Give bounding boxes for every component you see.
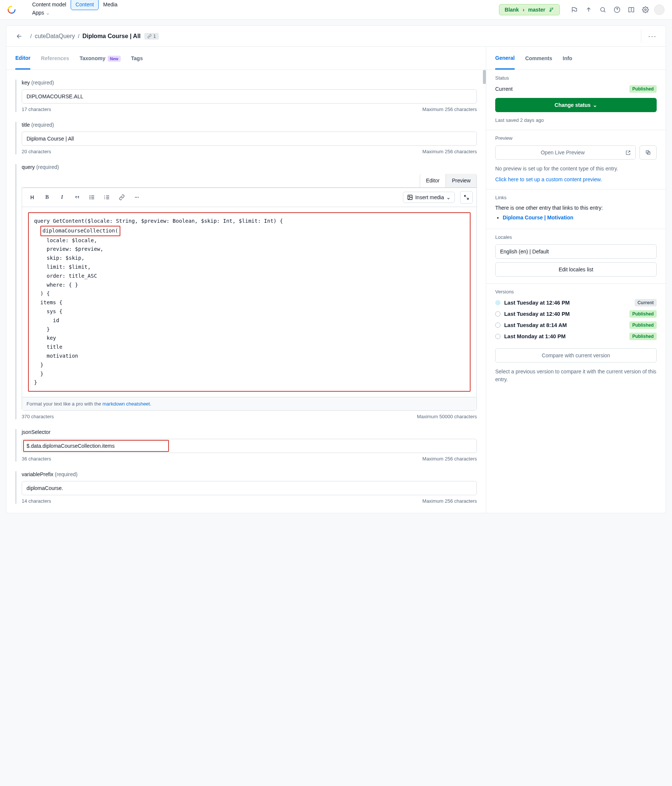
section-heading: Versions — [495, 289, 657, 294]
italic-tool[interactable]: I — [56, 191, 68, 203]
side-tab-general[interactable]: General — [495, 47, 515, 69]
required-label: (required) — [55, 471, 78, 477]
ul-tool[interactable] — [86, 191, 98, 203]
main-column: EditorReferencesTaxonomyNewTags key (req… — [6, 47, 486, 513]
nav-content[interactable]: Content — [71, 0, 99, 10]
query-tab-preview[interactable]: Preview — [445, 174, 477, 187]
heading-tool[interactable]: H — [26, 191, 38, 203]
svg-point-10 — [409, 196, 410, 197]
char-max: Maximum 256 characters — [422, 498, 477, 504]
link-count-badge[interactable]: 1 — [144, 33, 159, 39]
side-tab-info[interactable]: Info — [563, 48, 573, 69]
svg-text:3: 3 — [104, 198, 105, 200]
branch-icon — [549, 7, 554, 13]
nav-media[interactable]: Media — [99, 0, 122, 10]
char-count: 370 characters — [22, 414, 54, 419]
chevron-down-icon: ⌄ — [46, 10, 50, 16]
char-count: 36 characters — [22, 456, 51, 462]
new-badge: New — [108, 56, 121, 62]
field-label: title — [22, 122, 30, 128]
tab-tags[interactable]: Tags — [131, 48, 143, 69]
avatar[interactable] — [654, 5, 664, 15]
crumb-sep: / — [30, 33, 32, 39]
link-tool[interactable] — [115, 191, 128, 203]
tab-editor[interactable]: Editor — [15, 47, 30, 69]
section-heading: Locales — [495, 234, 657, 240]
flag-icon[interactable] — [569, 4, 580, 15]
last-saved: Last saved 2 days ago — [495, 117, 657, 123]
branch-name: master — [528, 7, 545, 13]
field-label: variablePrefix — [22, 471, 54, 477]
copy-preview-button[interactable] — [639, 145, 657, 160]
fields: key (required) 17 characters Maximum 256… — [6, 70, 486, 513]
compare-version-button: Compare with current version — [495, 348, 657, 363]
upload-icon[interactable] — [583, 4, 594, 15]
tab-taxonomy[interactable]: TaxonomyNew — [80, 48, 121, 69]
more-tool[interactable]: ··· — [131, 191, 143, 203]
version-radio[interactable] — [495, 334, 500, 339]
version-label: Last Monday at 1:40 PM — [504, 333, 626, 340]
char-max: Maximum 50000 characters — [417, 414, 477, 419]
version-row[interactable]: Last Tuesday at 8:14 AMPublished — [495, 321, 657, 329]
scrollbar-thumb[interactable] — [483, 70, 486, 84]
version-row[interactable]: Last Tuesday at 12:46 PMCurrent — [495, 299, 657, 307]
nav-content-model[interactable]: Content model — [28, 0, 71, 10]
links-note: There is one other entry that links to t… — [495, 205, 657, 211]
environment-pill[interactable]: Blank › master — [499, 4, 560, 15]
title-input[interactable] — [22, 132, 477, 146]
code-highlight: diplomaCourseCollection( — [40, 226, 120, 236]
more-actions-button[interactable]: ··· — [648, 32, 657, 40]
version-label: Last Tuesday at 12:46 PM — [504, 300, 631, 306]
book-icon[interactable] — [626, 4, 637, 15]
image-icon — [407, 194, 413, 200]
breadcrumb[interactable]: cuteDataQuery — [35, 33, 75, 39]
version-row[interactable]: Last Monday at 1:40 PMPublished — [495, 333, 657, 340]
setup-preview-link[interactable]: Click here to set up a custom content pr… — [495, 176, 657, 182]
edit-locales-button[interactable]: Edit locales list — [495, 263, 657, 277]
bold-tool[interactable]: B — [41, 191, 54, 203]
locales-section: Locales English (en) | Default Edit loca… — [486, 229, 666, 284]
svg-point-4 — [90, 197, 90, 197]
divider — [641, 30, 641, 43]
help-icon[interactable] — [611, 4, 623, 15]
versions-section: Versions Last Tuesday at 12:46 PMCurrent… — [486, 284, 666, 390]
main-tabs: EditorReferencesTaxonomyNewTags — [6, 47, 486, 70]
page-title: Diploma Course | All — [82, 33, 140, 39]
code-line: query GetContent($locale: String, $previ… — [34, 218, 283, 224]
version-radio[interactable] — [495, 322, 500, 328]
page-header: / cuteDataQuery / Diploma Course | All 1… — [6, 26, 666, 47]
links-list: Diploma Course | Motivation — [495, 215, 657, 220]
required-label: (required) — [31, 80, 54, 86]
markdown-cheatsheet-link[interactable]: markdown cheatsheet — [102, 401, 150, 407]
version-radio[interactable] — [495, 300, 500, 305]
gear-icon[interactable] — [640, 4, 651, 15]
query-code[interactable]: query GetContent($locale: String, $previ… — [22, 207, 477, 397]
version-badge: Published — [630, 310, 657, 318]
variable-prefix-input[interactable] — [22, 481, 477, 495]
locale-select[interactable]: English (en) | Default — [495, 244, 657, 259]
json-selector-input[interactable] — [22, 439, 477, 453]
key-input[interactable] — [22, 89, 477, 104]
chevron-down-icon: ⌄ — [446, 194, 451, 200]
top-nav: Content modelContentMediaApps⌄ Blank › m… — [0, 0, 672, 19]
version-row[interactable]: Last Tuesday at 12:40 PMPublished — [495, 310, 657, 318]
linked-entry[interactable]: Diploma Course | Motivation — [503, 215, 573, 220]
side-tabs: GeneralCommentsInfo — [486, 47, 666, 70]
change-status-button[interactable]: Change status ⌄ — [495, 98, 657, 112]
version-badge: Published — [630, 321, 657, 329]
link-icon — [147, 34, 152, 38]
back-button[interactable] — [15, 32, 24, 40]
version-radio[interactable] — [495, 311, 500, 317]
code-rest: locale: $locale, preview: $preview, skip… — [34, 237, 103, 386]
expand-button[interactable] — [460, 191, 473, 204]
field-query: query (required) Editor Preview H B I — [15, 164, 477, 419]
query-tab-editor[interactable]: Editor — [420, 174, 446, 187]
section-heading: Links — [495, 195, 657, 200]
ol-tool[interactable]: 123 — [101, 191, 113, 203]
quote-tool[interactable] — [71, 191, 83, 203]
link-count: 1 — [153, 34, 156, 39]
side-tab-comments[interactable]: Comments — [525, 48, 552, 69]
compare-note: Select a previous version to compare it … — [495, 368, 657, 384]
search-icon[interactable] — [597, 4, 609, 15]
insert-media-button[interactable]: Insert media ⌄ — [403, 192, 455, 203]
